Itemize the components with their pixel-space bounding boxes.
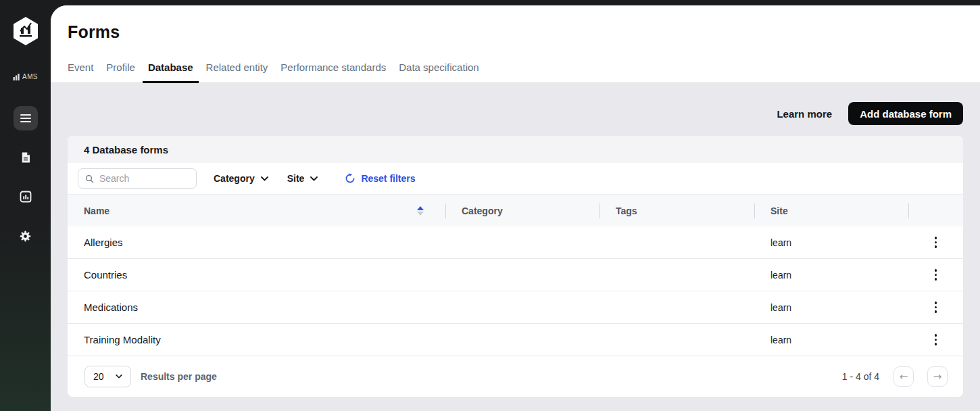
sidebar-item-settings[interactable] bbox=[14, 224, 38, 248]
arrow-left-icon: ← bbox=[900, 370, 908, 383]
sidebar-item-reports[interactable] bbox=[14, 185, 38, 209]
results-per-page-label: Results per page bbox=[141, 371, 217, 382]
gear-icon bbox=[19, 230, 32, 243]
table-header: Name Category Tags Site bbox=[68, 195, 963, 226]
cell-name: Countries bbox=[68, 269, 445, 281]
column-header-site[interactable]: Site bbox=[754, 195, 908, 226]
sort-asc-arrow bbox=[417, 206, 424, 210]
bar-chart-icon bbox=[20, 191, 32, 203]
brand: AMS bbox=[13, 73, 38, 80]
sidebar: AMS bbox=[0, 0, 51, 411]
content-area: Learn more Add database form 4 Database … bbox=[51, 82, 980, 411]
tab-database[interactable]: Database bbox=[148, 62, 193, 83]
sidebar-nav bbox=[14, 106, 38, 248]
reset-icon bbox=[345, 173, 356, 184]
category-filter-dropdown[interactable]: Category bbox=[214, 173, 268, 184]
chevron-down-icon bbox=[310, 176, 318, 181]
card-title: 4 Database forms bbox=[68, 136, 963, 163]
column-header-name[interactable]: Name bbox=[68, 195, 445, 226]
main-panel: Forms Event Profile Database Related ent… bbox=[51, 5, 980, 411]
brand-chart-icon bbox=[13, 74, 20, 80]
table-row[interactable]: Training Modality learn bbox=[68, 324, 963, 356]
reset-filters-label: Reset filters bbox=[361, 173, 415, 184]
next-page-button[interactable]: → bbox=[927, 366, 948, 387]
row-actions-button[interactable] bbox=[931, 330, 941, 349]
tab-data-specification[interactable]: Data specification bbox=[399, 62, 479, 83]
chevron-down-icon bbox=[261, 176, 268, 181]
ams-logo-icon bbox=[12, 16, 39, 46]
menu-icon bbox=[20, 114, 31, 122]
ams-logo[interactable] bbox=[12, 16, 39, 49]
column-header-tags[interactable]: Tags bbox=[599, 195, 754, 226]
cell-site: learn bbox=[754, 270, 908, 281]
database-forms-card: 4 Database forms Category bbox=[68, 136, 963, 397]
cell-name: Training Modality bbox=[68, 334, 445, 345]
cell-name: Allergies bbox=[68, 237, 445, 248]
results-per-page-select[interactable]: 20 bbox=[84, 366, 131, 387]
tab-event[interactable]: Event bbox=[68, 62, 93, 83]
column-header-category[interactable]: Category bbox=[445, 195, 599, 226]
app-window: AMS bbox=[0, 0, 980, 411]
document-icon bbox=[20, 151, 32, 164]
table-row[interactable]: Countries learn bbox=[68, 259, 963, 291]
site-filter-label: Site bbox=[287, 173, 305, 184]
toolbar: Learn more Add database form bbox=[68, 102, 963, 125]
row-actions-button[interactable] bbox=[931, 265, 941, 285]
pagination-range: 1 - 4 of 4 bbox=[842, 371, 879, 382]
cell-name: Medications bbox=[68, 301, 445, 313]
previous-page-button[interactable]: ← bbox=[893, 366, 914, 387]
page-header: Forms Event Profile Database Related ent… bbox=[51, 5, 980, 82]
column-header-actions bbox=[908, 195, 963, 226]
arrow-right-icon: → bbox=[933, 370, 942, 383]
site-filter-dropdown[interactable]: Site bbox=[287, 173, 318, 184]
table-row[interactable]: Medications learn bbox=[68, 291, 963, 324]
cell-site: learn bbox=[754, 335, 908, 345]
row-actions-button[interactable] bbox=[931, 297, 941, 317]
tab-related-entity[interactable]: Related entity bbox=[206, 62, 268, 83]
cell-site: learn bbox=[754, 237, 908, 248]
learn-more-button[interactable]: Learn more bbox=[777, 108, 832, 120]
tab-bar: Event Profile Database Related entity Pe… bbox=[51, 57, 980, 83]
cell-site: learn bbox=[754, 302, 908, 313]
brand-label: AMS bbox=[22, 73, 38, 80]
chevron-down-icon bbox=[116, 374, 122, 379]
per-page-value: 20 bbox=[93, 371, 104, 382]
tab-performance-standards[interactable]: Performance standards bbox=[280, 62, 386, 83]
reset-filters-button[interactable]: Reset filters bbox=[345, 173, 415, 184]
sidebar-item-menu[interactable] bbox=[14, 106, 38, 130]
search-input[interactable] bbox=[99, 173, 189, 184]
search-icon bbox=[85, 174, 94, 184]
table-row[interactable]: Allergies learn bbox=[68, 226, 963, 259]
filter-row: Category Site bbox=[68, 163, 963, 195]
sort-desc-arrow bbox=[417, 212, 424, 216]
page-title: Forms bbox=[51, 22, 980, 42]
table-footer: 20 Results per page 1 - 4 of 4 ← → bbox=[68, 356, 963, 397]
search-box[interactable] bbox=[78, 168, 197, 189]
tab-profile[interactable]: Profile bbox=[106, 62, 135, 83]
add-database-form-button[interactable]: Add database form bbox=[848, 102, 963, 125]
row-actions-button[interactable] bbox=[931, 233, 941, 252]
sidebar-item-documents[interactable] bbox=[14, 145, 38, 170]
category-filter-label: Category bbox=[214, 173, 255, 184]
sort-icon[interactable] bbox=[417, 206, 424, 216]
